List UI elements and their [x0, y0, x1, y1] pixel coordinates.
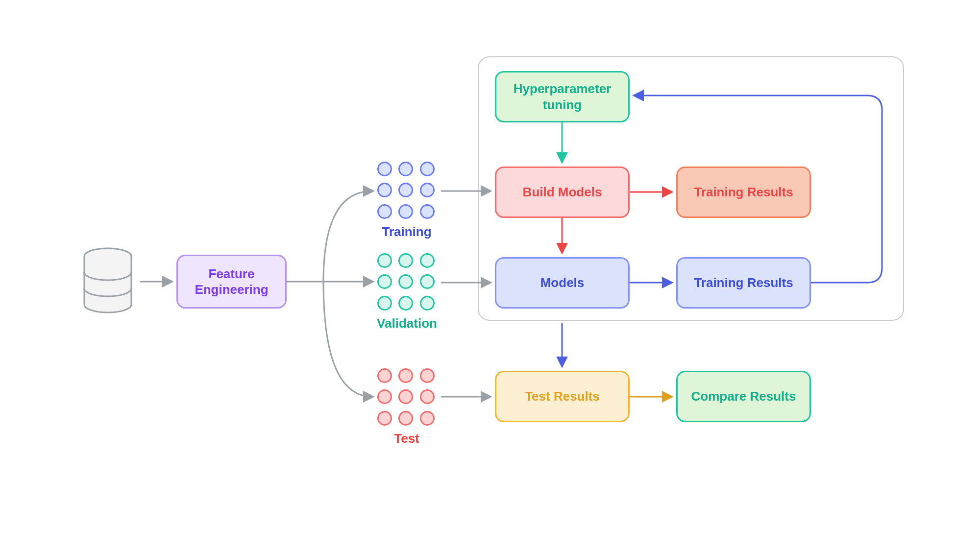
dot — [420, 368, 435, 383]
build-models-node: Build Models — [495, 167, 630, 218]
models-label: Models — [540, 275, 585, 291]
dot — [377, 274, 392, 289]
validation-dots — [377, 253, 436, 312]
dot — [377, 183, 392, 197]
dot — [377, 296, 392, 311]
dot — [420, 253, 435, 268]
dot — [398, 368, 413, 383]
dot — [420, 296, 435, 311]
dot — [420, 389, 435, 404]
training-dots — [377, 162, 436, 220]
database-icon — [81, 247, 135, 313]
training-results-bottom-label: Training Results — [694, 275, 793, 291]
training-results-bottom-node: Training Results — [676, 257, 811, 309]
dot — [377, 253, 392, 268]
compare-results-label: Compare Results — [691, 388, 796, 405]
dot — [398, 411, 413, 426]
hyperparameter-tuning-label: Hyperparameter tuning — [502, 81, 622, 113]
dot — [377, 368, 392, 383]
models-node: Models — [495, 257, 630, 309]
training-results-top-node: Training Results — [676, 167, 811, 218]
test-results-label: Test Results — [525, 388, 600, 405]
dot — [398, 204, 413, 219]
dot — [398, 162, 413, 176]
dot — [377, 389, 392, 404]
feature-engineering-node: Feature Engineering — [176, 255, 287, 309]
training-results-top-label: Training Results — [694, 184, 793, 200]
dot — [398, 389, 413, 404]
feature-engineering-label: Feature Engineering — [184, 266, 279, 298]
dot — [377, 411, 392, 426]
dot — [420, 183, 435, 197]
dot — [398, 253, 413, 268]
dot — [377, 204, 392, 219]
compare-results-node: Compare Results — [676, 371, 811, 422]
test-dots — [377, 368, 436, 427]
test-results-node: Test Results — [495, 371, 630, 422]
dot — [420, 204, 435, 219]
arrow-fe-to-test — [323, 282, 372, 397]
hyperparameter-tuning-node: Hyperparameter tuning — [495, 71, 630, 122]
arrow-fe-to-training — [323, 191, 372, 282]
dot — [420, 162, 435, 176]
dot — [398, 296, 413, 311]
dot — [377, 162, 392, 176]
dot — [420, 274, 435, 289]
validation-label: Validation — [371, 316, 442, 331]
dot — [398, 183, 413, 197]
test-label: Test — [377, 431, 436, 446]
diagram-canvas: Feature Engineering Training Validation — [0, 0, 980, 551]
dot — [420, 411, 435, 426]
training-label: Training — [377, 224, 436, 240]
dot — [398, 274, 413, 289]
build-models-label: Build Models — [523, 184, 602, 200]
